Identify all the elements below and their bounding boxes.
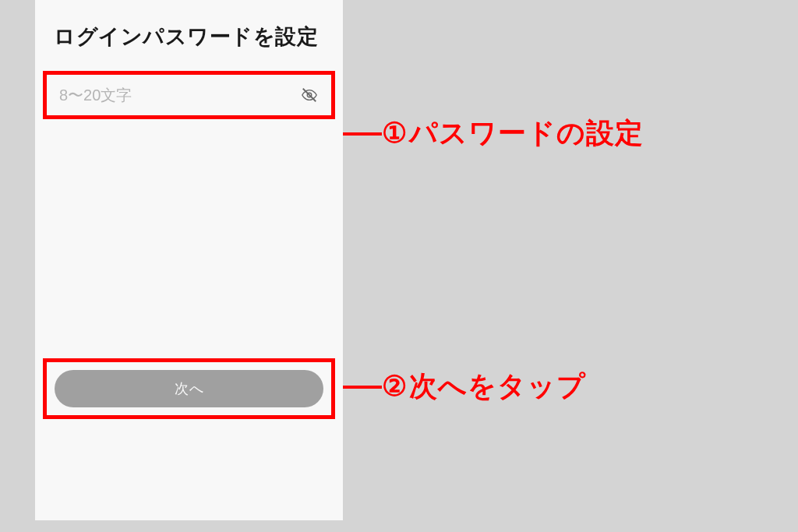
step-number-2: ②	[382, 370, 408, 403]
step-number-1: ①	[382, 117, 408, 150]
page-title: ログインパスワードを設定	[35, 0, 343, 63]
password-row	[47, 75, 331, 115]
password-field-highlight	[43, 71, 335, 119]
password-input[interactable]	[59, 86, 300, 104]
next-button[interactable]: 次へ	[55, 370, 323, 407]
annotation-step-1: ①パスワードの設定	[343, 115, 644, 153]
annotation-text-2: ②次へをタップ	[382, 368, 586, 406]
annotation-text-1: ①パスワードの設定	[382, 115, 644, 153]
annotation-step-2: ②次へをタップ	[343, 368, 586, 406]
step-label-1: パスワードの設定	[409, 117, 644, 149]
connector-line	[343, 386, 382, 389]
phone-screen: ログインパスワードを設定 次へ	[35, 0, 343, 520]
connector-line	[343, 132, 382, 136]
visibility-off-icon[interactable]	[300, 86, 319, 104]
next-button-highlight: 次へ	[43, 358, 335, 419]
step-label-2: 次へをタップ	[409, 370, 586, 402]
